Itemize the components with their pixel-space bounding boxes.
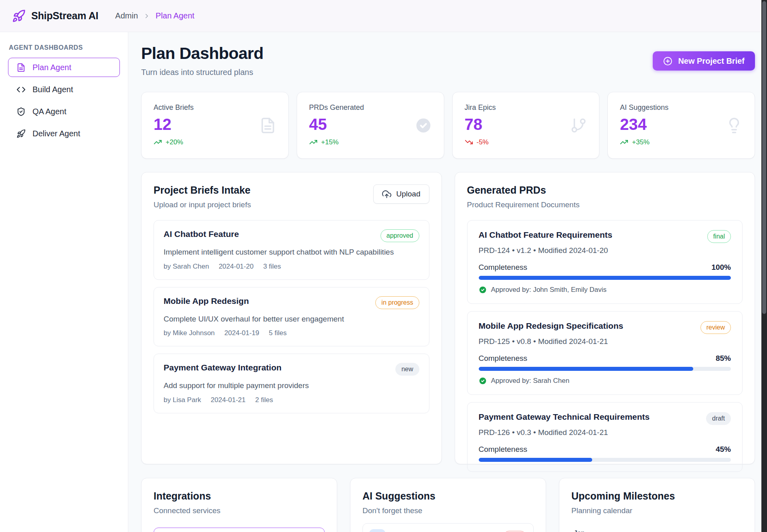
brief-card[interactable]: Payment Gateway Integration new Add supp… [154,354,429,413]
sidebar-item[interactable]: Build Agent [8,80,120,99]
stat-card: Active Briefs 12 +20% [141,92,289,159]
breadcrumb-admin[interactable]: Admin [115,11,138,20]
approved-by-row: Approved by: John Smith, Emily Davis [479,286,731,294]
completeness-bar-fill [479,367,693,371]
brief-meta: by Lisa Park 2024-01-21 2 files [164,396,419,404]
brief-list: AI Chatbot Feature approved Implement in… [154,220,429,413]
prd-title: Mobile App Redesign Specifications [479,321,623,331]
sidebar-item-label: Deliver Agent [32,129,80,138]
completeness-bar [479,458,731,462]
stat-trend-value: +20% [166,138,183,146]
sidebar-item[interactable]: QA Agent [8,102,120,121]
trending-up-icon [154,138,162,146]
trending-down-icon [465,138,473,146]
prd-card[interactable]: Mobile App Redesign Specifications revie… [467,311,743,395]
completeness-bar-fill [479,276,731,280]
brief-description: Add support for multiple payment provide… [164,380,396,391]
sidebar-item[interactable]: Plan Agent [8,58,120,77]
brief-meta: by Sarah Chen 2024-01-20 3 files [164,263,419,271]
stats-row: Active Briefs 12 +20% PRDs Generated 45 … [141,92,755,159]
sidebar-nav: Plan Agent Build Agent QA Agent Deliver … [8,58,120,143]
integrations-panel: Integrations Connected services [141,478,337,532]
app-title: ShipStream AI [31,10,98,22]
suggestion-item[interactable]: Add offline mode support high [362,523,534,532]
briefs-title: Project Briefs Intake [154,184,251,196]
stat-value: 45 [309,115,432,134]
brief-author: by Sarah Chen [164,263,209,271]
brief-title: Mobile App Redesign [164,296,249,306]
brief-description: Complete UI/UX overhaul for better user … [164,314,396,325]
upload-button-label: Upload [396,190,420,198]
milestone-title: UX Review - Mobile App [594,525,680,532]
scrollbar-thumb[interactable] [762,1,766,314]
sidebar-section-label: AGENT DASHBOARDS [8,44,120,51]
milestones-title: Upcoming Milestones [571,490,743,502]
prd-card-header: Payment Gateway Technical Requirements d… [479,412,731,425]
prd-card-header: AI Chatbot Feature Requirements final [479,230,731,243]
stat-trend: +35% [620,138,743,146]
page-header: Plan Dashboard Turn ideas into structure… [141,44,755,77]
integration-slot[interactable] [154,528,325,532]
status-badge: draft [706,412,731,425]
brief-files: 2 files [255,396,273,404]
briefs-subtitle: Upload or input project briefs [154,200,251,209]
prd-card[interactable]: AI Chatbot Feature Requirements final PR… [467,220,743,304]
brief-card[interactable]: AI Chatbot Feature approved Implement in… [154,220,429,280]
stat-trend: +15% [309,138,432,146]
stat-trend-value: -5% [477,138,489,146]
file-text-icon [16,63,26,72]
new-project-brief-button[interactable]: New Project Brief [653,51,755,71]
brief-description: Implement intelligent customer support c… [164,247,396,258]
breadcrumb-current[interactable]: Plan Agent [156,11,194,20]
brief-files: 5 files [269,329,287,337]
brief-date: 2024-01-21 [211,396,246,404]
chevron-right-icon [143,12,150,20]
brief-card[interactable]: Mobile App Redesign in progress Complete… [154,287,429,347]
prd-meta: PRD-126 • v0.3 • Modified 2024-01-21 [479,428,731,437]
prd-card[interactable]: Payment Gateway Technical Requirements d… [467,402,743,472]
milestones-subtitle: Planning calendar [571,506,743,515]
dashboard-columns: Project Briefs Intake Upload or input pr… [141,172,755,464]
milestone-item[interactable]: Jan UX Review - Mobile App [571,525,743,532]
status-badge: review [700,321,731,334]
bottom-row: Integrations Connected services AI Sugge… [141,478,755,532]
prd-title: AI Chatbot Feature Requirements [479,230,613,240]
trending-up-icon [620,138,628,146]
scrollbar[interactable] [761,0,767,532]
prd-title: Payment Gateway Technical Requirements [479,412,650,422]
sidebar-item-label: Plan Agent [32,63,71,72]
status-badge: approved [380,229,419,242]
completeness-label: Completeness [479,354,527,363]
brief-date: 2024-01-20 [219,263,253,271]
completeness-value: 100% [711,263,731,272]
sidebar-item[interactable]: Deliver Agent [8,124,120,143]
approved-by-text: Approved by: Sarah Chen [491,377,570,385]
upload-button[interactable]: Upload [373,184,429,204]
status-badge: in progress [375,296,419,309]
stat-trend-value: +35% [632,138,650,146]
stat-trend: -5% [465,138,587,146]
stat-card: AI Suggestions 234 +35% [607,92,755,159]
stat-label: PRDs Generated [309,103,432,112]
prd-list: AI Chatbot Feature Requirements final PR… [467,220,743,472]
stat-value: 12 [154,115,276,134]
check-circle-icon [479,377,487,385]
stat-label: Active Briefs [154,103,276,112]
project-briefs-panel: Project Briefs Intake Upload or input pr… [141,172,442,464]
brief-author: by Lisa Park [164,396,201,404]
status-badge: final [707,230,731,243]
brief-card-header: AI Chatbot Feature approved [164,229,419,242]
briefs-panel-header: Project Briefs Intake Upload or input pr… [154,184,429,209]
brief-meta: by Mike Johnson 2024-01-19 5 files [164,329,419,337]
integrations-subtitle: Connected services [154,506,325,515]
brief-title: Payment Gateway Integration [164,363,281,372]
new-project-brief-label: New Project Brief [678,57,745,66]
completeness-label: Completeness [479,445,527,454]
rocket-logo-icon [12,9,26,23]
ai-suggestions-panel: AI Suggestions Don't forget these Add of… [350,478,546,532]
main-content: Plan Dashboard Turn ideas into structure… [128,32,761,532]
brand[interactable]: ShipStream AI [12,9,98,23]
brief-date: 2024-01-19 [225,329,259,337]
completeness-row: Completeness 100% [479,263,731,272]
prd-meta: PRD-124 • v1.2 • Modified 2024-01-20 [479,246,731,255]
